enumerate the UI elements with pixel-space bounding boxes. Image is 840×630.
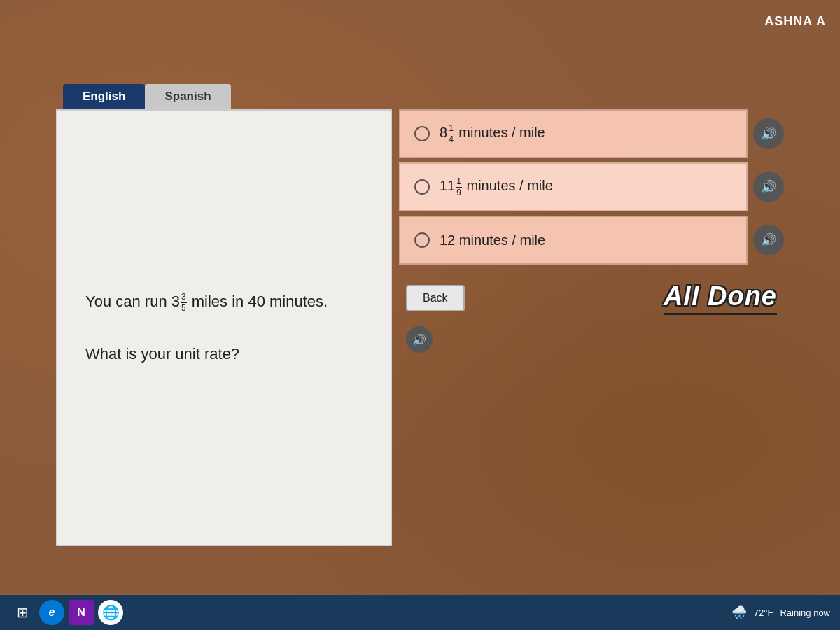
- speaker-btn-3[interactable]: 🔊: [753, 225, 784, 255]
- question-text: You can run 335 miles in 40 minutes. Wha…: [85, 288, 328, 367]
- speaker-btn-1[interactable]: 🔊: [753, 118, 784, 149]
- speaker-icon-2: 🔊: [761, 179, 776, 195]
- question-panel: You can run 335 miles in 40 minutes. Wha…: [56, 109, 392, 546]
- taskbar: ⊞ e N 🌐 🌧️ 72°F Raining now: [0, 595, 840, 630]
- answer-option-3[interactable]: 12 minutes / mile: [399, 216, 748, 265]
- taskbar-icon-chrome[interactable]: 🌐: [98, 600, 123, 625]
- answer-text-2: 1119 minutes / mile: [440, 176, 553, 197]
- answer-text-3: 12 minutes / mile: [440, 232, 545, 248]
- taskbar-icon-onenote[interactable]: N: [69, 600, 94, 625]
- answer-row-3: 12 minutes / mile 🔊: [399, 216, 784, 265]
- speaker-icon-3: 🔊: [761, 232, 776, 248]
- speaker-btn-2[interactable]: 🔊: [753, 172, 784, 202]
- language-tabs: English Spanish: [63, 84, 784, 109]
- weather-desc: Raining now: [780, 608, 830, 618]
- answer-option-2[interactable]: 1119 minutes / mile: [399, 162, 748, 211]
- answer-option-1[interactable]: 814 minutes / mile: [399, 109, 748, 158]
- answer-row-2: 1119 minutes / mile 🔊: [399, 162, 784, 211]
- taskbar-icon-apps[interactable]: ⊞: [10, 600, 35, 625]
- taskbar-icon-edge[interactable]: e: [39, 600, 64, 625]
- radio-2[interactable]: [414, 179, 430, 195]
- speaker-icon-1: 🔊: [761, 126, 776, 141]
- tab-spanish[interactable]: Spanish: [145, 84, 230, 109]
- radio-3[interactable]: [414, 232, 430, 248]
- speaker-icon-main: 🔊: [412, 333, 426, 346]
- speaker-btn-main[interactable]: 🔊: [406, 326, 433, 353]
- back-button[interactable]: Back: [406, 285, 465, 312]
- action-row: Back All Done: [399, 272, 784, 315]
- question-line2: What is your unit rate?: [85, 345, 239, 363]
- tab-english[interactable]: English: [63, 84, 145, 109]
- user-label: ASHNA A: [764, 14, 826, 29]
- all-done-label[interactable]: All Done: [664, 281, 777, 315]
- question-line1: You can run 335 miles in 40 minutes.: [85, 293, 328, 310]
- main-content: English Spanish You can run 335 miles in…: [56, 84, 784, 546]
- taskbar-right: 🌧️ 72°F Raining now: [732, 605, 830, 620]
- answer-text-1: 814 minutes / mile: [440, 123, 545, 144]
- panels-row: You can run 335 miles in 40 minutes. Wha…: [56, 109, 784, 546]
- radio-1[interactable]: [414, 126, 430, 141]
- weather-icon: 🌧️: [732, 605, 747, 620]
- weather-temp: 72°F: [754, 608, 774, 618]
- answers-panel: 814 minutes / mile 🔊 1119 minutes / mile…: [392, 109, 784, 546]
- answer-row-1: 814 minutes / mile 🔊: [399, 109, 784, 158]
